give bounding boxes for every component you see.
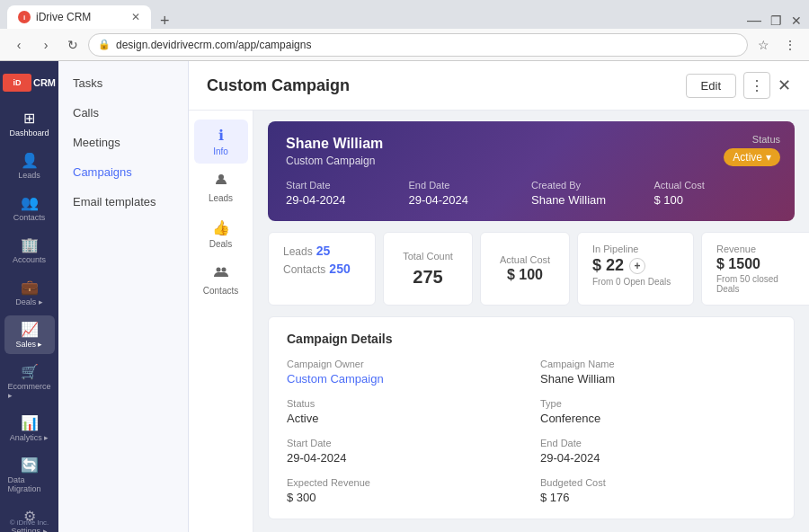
sidebar-mid-campaigns[interactable]: Campaigns (58, 157, 188, 187)
field-campaign-owner: Campaign Owner Custom Campaign (287, 359, 522, 386)
info-icon: ℹ (218, 127, 224, 144)
meta-created-by: Created By Shane William (531, 180, 654, 207)
sidebar-mid: Tasks Calls Meetings Campaigns Email tem… (58, 61, 189, 532)
meta-actual-cost: Actual Cost $ 100 (654, 180, 778, 207)
bookmark-btn[interactable]: ☆ (751, 33, 775, 57)
field-status-label: Status (287, 398, 522, 409)
sidebar-item-settings[interactable]: ⚙ Settings ▸ (4, 502, 55, 532)
campaign-meta: Start Date 29-04-2024 End Date 29-04-202… (286, 180, 777, 207)
detail-grid: Campaign Owner Custom Campaign Campaign … (287, 359, 776, 504)
browser-tab[interactable]: i iDrive CRM ✕ (7, 5, 151, 29)
pipeline-add-btn[interactable]: + (629, 258, 645, 274)
svg-point-1 (216, 268, 220, 272)
field-campaign-owner-label: Campaign Owner (287, 359, 522, 369)
leads-contacts-card: Leads 25 Contacts 250 (268, 232, 376, 306)
field-expected-revenue: Expected Revenue $ 300 (287, 477, 522, 504)
window-close-btn[interactable]: ✕ (791, 13, 802, 28)
sidebar-item-deals[interactable]: 💼 Deals ▸ (4, 273, 55, 312)
leads-icon: 👤 (21, 152, 39, 169)
close-panel-button[interactable]: ✕ (778, 75, 791, 95)
maximize-btn[interactable]: ❐ (770, 13, 782, 28)
back-btn[interactable]: ‹ (7, 33, 31, 57)
address-bar[interactable]: 🔒 design.devidrivecrm.com/app/campaigns (88, 33, 748, 57)
pipeline-value: $ 22 (592, 256, 624, 275)
campaign-header-card: Shane William Custom Campaign Status Act… (268, 121, 795, 221)
sales-icon: 📈 (21, 321, 39, 338)
tab-deals[interactable]: 👍 Deals (194, 212, 248, 256)
sidebar-label-data: Data Migration (8, 475, 51, 493)
tab-info[interactable]: ℹ Info (194, 120, 248, 164)
tabs-panel: ℹ Info Leads 👍 Deals Cont (189, 111, 253, 532)
sidebar-item-dashboard[interactable]: ⊞ Dashboard (4, 104, 55, 143)
revenue-card: Revenue $ 1500 From 50 closed Deals (701, 232, 809, 306)
new-tab-btn[interactable]: + (155, 13, 175, 29)
field-campaign-owner-value: Custom Campaign (287, 372, 522, 386)
end-date-value: 29-04-2024 (409, 193, 532, 207)
tab-close-btn[interactable]: ✕ (131, 11, 140, 23)
status-badge: Active ▾ (724, 148, 780, 166)
tab-contacts[interactable]: Contacts (194, 258, 248, 303)
card-actual-cost-value: $ 100 (654, 193, 778, 207)
sidebar-item-analytics[interactable]: 📊 Analytics ▸ (4, 409, 55, 448)
field-end-date: End Date 29-04-2024 (540, 438, 776, 465)
contacts-stat-count: 250 (329, 262, 350, 276)
revenue-value: $ 1500 (716, 256, 803, 272)
field-budgeted-cost-label: Budgeted Cost (540, 477, 776, 488)
edit-button[interactable]: Edit (686, 74, 736, 98)
menu-btn[interactable]: ⋮ (778, 33, 802, 57)
sidebar-item-ecommerce[interactable]: 🛒 Ecommerce ▸ (4, 358, 55, 405)
sidebar-label-analytics: Analytics ▸ (10, 433, 49, 442)
deals-icon: 💼 (21, 279, 39, 296)
sidebar-item-leads[interactable]: 👤 Leads (4, 146, 55, 185)
tab-favicon: i (18, 11, 31, 23)
content-body: ℹ Info Leads 👍 Deals Cont (189, 111, 809, 532)
footer-text: © iDrive Inc. (0, 519, 58, 527)
lock-icon: 🔒 (98, 39, 111, 50)
field-campaign-name-value: Shane William (540, 372, 776, 386)
status-arrow: ▾ (766, 151, 771, 164)
tab-leads[interactable]: Leads (194, 165, 248, 210)
tab-info-label: Info (213, 146, 228, 156)
sidebar-mid-meetings[interactable]: Meetings (58, 128, 188, 157)
pipeline-value-row: $ 22 + (592, 256, 679, 275)
field-campaign-name: Campaign Name Shane William (540, 359, 776, 386)
sidebar-item-contacts[interactable]: 👥 Contacts (4, 189, 55, 227)
tab-leads-icon (214, 173, 228, 191)
total-count-value: 275 (413, 267, 442, 288)
field-expected-revenue-value: $ 300 (287, 491, 522, 504)
minimize-btn[interactable]: — (747, 13, 761, 29)
idrive-icon: iD (3, 74, 31, 92)
detail-card-title: Campaign Details (287, 332, 776, 346)
sidebar-mid-calls[interactable]: Calls (58, 98, 188, 128)
field-status: Status Active (287, 398, 522, 425)
forward-btn[interactable]: › (34, 33, 58, 57)
more-button[interactable]: ⋮ (743, 72, 770, 99)
app-logo: iD CRM (3, 68, 56, 101)
sidebar-label-sales: Sales ▸ (15, 340, 42, 349)
reload-btn[interactable]: ↻ (61, 33, 84, 57)
revenue-from: From 50 closed Deals (716, 274, 803, 294)
sidebar-label-dashboard: Dashboard (9, 129, 49, 137)
field-start-date: Start Date 29-04-2024 (287, 438, 522, 465)
field-start-date-label: Start Date (287, 438, 522, 448)
tab-title: iDrive CRM (36, 11, 126, 23)
leads-row: Leads 25 (283, 244, 360, 258)
field-budgeted-cost-value: $ 176 (540, 491, 776, 504)
sidebar-item-data[interactable]: 🔄 Data Migration (4, 451, 55, 499)
field-status-value: Active (287, 412, 522, 425)
start-date-label: Start Date (286, 180, 409, 191)
sidebar-label-contacts: Contacts (13, 213, 46, 222)
revenue-label: Revenue (716, 244, 803, 254)
campaign-sub-name: Custom Campaign (286, 155, 777, 167)
sidebar-item-sales[interactable]: 📈 Sales ▸ (4, 315, 55, 354)
campaign-details-card: Campaign Details Campaign Owner Custom C… (268, 316, 795, 519)
address-text: design.devidrivecrm.com/app/campaigns (116, 39, 738, 51)
actual-cost-card: Actual Cost $ 100 (480, 232, 570, 306)
sidebar-mid-tasks[interactable]: Tasks (58, 68, 188, 98)
sidebar-mid-email[interactable]: Email templates (58, 187, 188, 217)
sidebar-label-deals: Deals ▸ (15, 297, 43, 306)
contacts-row: Contacts 250 (283, 262, 360, 276)
field-type-value: Conference (540, 412, 776, 425)
sidebar-item-accounts[interactable]: 🏢 Accounts (4, 231, 55, 270)
sidebar-left: iD CRM ⊞ Dashboard 👤 Leads 👥 Contacts 🏢 … (0, 61, 58, 532)
